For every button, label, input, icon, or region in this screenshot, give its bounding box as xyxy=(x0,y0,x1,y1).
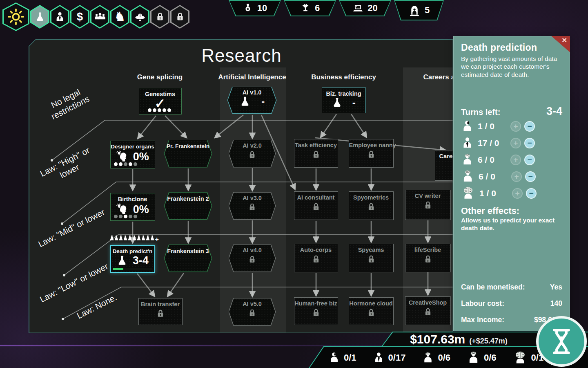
research-node-designer-organs[interactable]: Designer organs 0% xyxy=(110,141,155,168)
remove-worker-button[interactable]: − xyxy=(524,121,535,132)
node-turns: - xyxy=(261,96,265,107)
menu-customers-button[interactable] xyxy=(90,5,109,29)
node-title: Human-free biz xyxy=(294,298,338,307)
plus-icon: + xyxy=(155,237,159,242)
research-node-ai-v4[interactable]: AI v4.0 xyxy=(229,245,276,272)
end-turn-button[interactable] xyxy=(536,316,587,367)
worker-count-scientist[interactable]: 0/1 xyxy=(328,352,356,364)
research-node-biz-tracking[interactable]: Biz. tracking - xyxy=(322,88,366,113)
research-node-birthclone[interactable]: Birthclone 0% xyxy=(110,193,155,221)
node-title: AI v1.0 xyxy=(227,87,277,96)
resource-assignment: 1 / 0 xyxy=(478,121,507,131)
research-progress-bar xyxy=(113,268,152,270)
worker-count-value: 0/6 xyxy=(438,352,450,363)
research-node-ai-v1[interactable]: AI v1.0 - xyxy=(227,87,277,114)
add-worker-button[interactable]: + xyxy=(511,171,522,182)
check-icon: ✓ xyxy=(139,97,181,110)
research-node-careers-partial[interactable]: Caree xyxy=(435,150,453,181)
node-title: Auto-corps xyxy=(294,244,338,253)
research-node-ai-consultant[interactable]: AI consultant xyxy=(294,191,338,220)
badge-trophies[interactable]: 10 xyxy=(229,0,281,16)
menu-overview-button[interactable] xyxy=(2,2,29,31)
node-title: lifeScribe xyxy=(405,244,450,253)
node-title: AI v4.0 xyxy=(229,245,276,254)
research-tree-lines xyxy=(29,40,453,333)
node-title: Designer organs xyxy=(111,141,155,150)
remove-worker-button[interactable]: − xyxy=(526,188,537,199)
research-node-ai-v5[interactable]: AI v5.0 xyxy=(229,298,276,326)
menu-espionage-button[interactable] xyxy=(130,5,149,29)
research-level-dots xyxy=(139,108,181,112)
research-node-frankenstein-3[interactable]: Frankenstein 3 xyxy=(164,245,212,272)
research-node-task-efficiency[interactable]: Task efficiency xyxy=(294,139,338,168)
node-title: Frankenstein 2 xyxy=(164,192,212,202)
knight-icon: ♞ xyxy=(114,11,125,23)
lock-icon xyxy=(366,308,376,318)
add-worker-button[interactable]: + xyxy=(510,138,521,148)
flask-icon xyxy=(35,11,45,22)
remove-worker-button[interactable]: − xyxy=(525,171,536,182)
worker-count-thinker[interactable]: 0/6 xyxy=(422,352,450,364)
turns-left-label: Turns left: xyxy=(461,108,500,117)
menu-staff-button[interactable] xyxy=(50,5,69,29)
research-node-hormone-cloud[interactable]: Hormone cloud xyxy=(349,297,394,325)
research-node-genestims[interactable]: Genestims ✓ xyxy=(139,88,182,114)
lock-icon xyxy=(247,202,257,212)
lock-icon xyxy=(175,11,185,22)
badge-tech[interactable]: 20 xyxy=(339,0,391,16)
worker-count-genius[interactable]: 0/6 xyxy=(467,351,497,364)
top-resource-bar: 10 6 20 5 xyxy=(229,0,444,20)
lock-icon xyxy=(247,308,257,318)
node-title: AI v5.0 xyxy=(229,298,276,307)
worker-count-manager[interactable]: 0/17 xyxy=(373,352,406,364)
lock-icon xyxy=(423,200,433,210)
research-node-spyometrics[interactable]: Spyometrics xyxy=(349,191,394,220)
research-node-pr-frankenstein[interactable]: Pr. Frankenstein xyxy=(164,140,212,168)
remove-worker-button[interactable]: − xyxy=(524,155,535,165)
resource-assignment: 17 / 0 xyxy=(478,138,507,148)
add-worker-button[interactable]: + xyxy=(510,155,521,165)
node-title: Spyometrics xyxy=(349,192,393,201)
medal-icon xyxy=(243,3,253,13)
add-worker-button[interactable]: + xyxy=(512,188,523,199)
research-node-creativeshop[interactable]: CreativeShop xyxy=(405,296,451,325)
menu-finance-button[interactable]: $ xyxy=(70,5,89,29)
badge-recruits[interactable]: 5 xyxy=(394,0,444,20)
laptop-icon xyxy=(352,3,363,14)
add-worker-button[interactable]: + xyxy=(510,121,521,132)
research-node-brain-transfer[interactable]: Brain transfer xyxy=(138,298,183,325)
node-title: AI v2.0 xyxy=(229,140,276,149)
research-node-death-prediction[interactable]: Death predict'n 3-4 xyxy=(110,245,155,273)
mini-flask-icons xyxy=(110,235,155,242)
menu-research-button[interactable] xyxy=(30,5,49,29)
node-title: CreativeShop xyxy=(405,297,450,306)
research-node-auto-corps[interactable]: Auto-corps xyxy=(294,244,338,272)
research-node-ai-v3[interactable]: AI v3.0 xyxy=(229,192,276,220)
research-node-employee-nanny[interactable]: Employee nanny xyxy=(349,139,394,168)
lock-icon xyxy=(366,202,376,212)
stat-label: Max income: xyxy=(461,316,504,324)
lock-icon xyxy=(366,254,376,264)
turns-left-value: 3-4 xyxy=(546,105,562,118)
research-node-lifescribe[interactable]: lifeScribe xyxy=(405,244,451,272)
detail-panel-death-prediction: ✕ Death prediction By gathering vast amo… xyxy=(453,36,570,331)
node-title: Pr. Frankenstein xyxy=(164,140,212,149)
research-node-cv-writer[interactable]: CV writer xyxy=(405,190,451,220)
flask-icon xyxy=(116,255,128,266)
person-droplet-icon xyxy=(461,120,474,132)
flask-icon xyxy=(239,96,251,107)
remove-worker-button[interactable]: − xyxy=(524,138,535,148)
badge-perks[interactable]: 6 xyxy=(284,0,336,16)
menu-strategy-button[interactable]: ♞ xyxy=(110,5,129,29)
menu-locked-button-2 xyxy=(170,5,189,29)
research-node-ai-v2[interactable]: AI v2.0 xyxy=(229,140,276,168)
person-door-icon xyxy=(408,4,421,16)
research-node-human-free-biz[interactable]: Human-free biz xyxy=(294,297,338,325)
close-icon: ✕ xyxy=(562,36,567,44)
assigned-scientists-row: + xyxy=(110,235,159,242)
research-node-spycams[interactable]: Spycams xyxy=(349,244,394,272)
person-brain-small-icon xyxy=(461,153,474,166)
resource-assignment: 1 / 0 xyxy=(479,188,509,198)
badge-value: 20 xyxy=(368,3,377,13)
research-node-frankenstein-2[interactable]: Frankenstein 2 xyxy=(164,192,212,220)
